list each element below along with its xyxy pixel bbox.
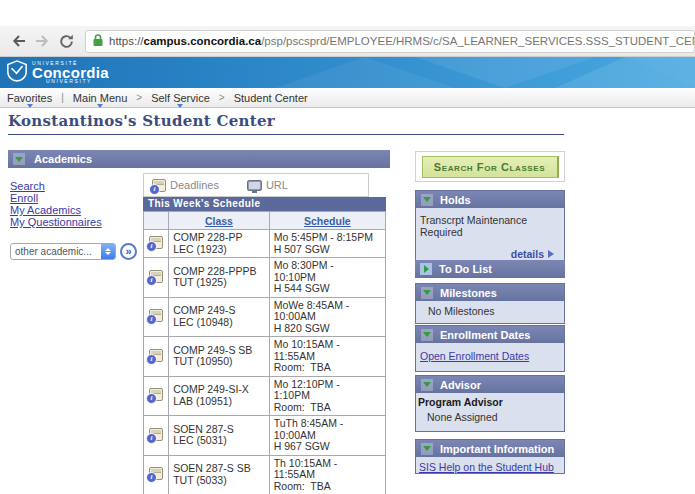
collapse-section-icon[interactable] — [421, 329, 433, 341]
other-academic-row: other academic... » — [10, 243, 137, 260]
band-pattern — [275, 57, 695, 88]
other-academic-select[interactable]: other academic... — [10, 243, 116, 260]
todo-list-panel: To Do List — [415, 260, 565, 278]
breadcrumb: Favorites | Main Menu > Self Service > S… — [0, 88, 695, 108]
concordia-shield-icon — [6, 59, 28, 87]
lock-icon[interactable] — [92, 33, 104, 49]
table-row: COMP 249-S SBTUT (10950) Mo 10:15AM -11:… — [144, 337, 386, 377]
select-stepper-icon — [101, 244, 115, 259]
schedule-panel-title: This Week's Schedule — [143, 197, 386, 211]
important-information-header: Important Information — [416, 440, 564, 457]
academics-nav-links: Search Enroll My Academics My Questionna… — [10, 180, 102, 228]
breadcrumb-favorites[interactable]: Favorites — [5, 92, 54, 104]
deadlines-calendar-icon — [152, 179, 166, 192]
advisor-panel: Advisor Program Advisor None Assigned — [415, 375, 565, 432]
enrollment-dates-header: Enrollment Dates — [416, 326, 564, 343]
my-academics-link[interactable]: My Academics — [10, 204, 102, 216]
dropdown-arrow-icon — [27, 104, 33, 108]
table-row: COMP 228-PPLEC (1923) Mo 5:45PM - 8:15PM… — [144, 230, 386, 258]
icon-column-header — [144, 212, 169, 230]
reload-icon[interactable] — [56, 31, 76, 51]
holds-header: Holds — [416, 191, 564, 208]
holds-panel: Holds Transcrpt Maintenance Required det… — [415, 190, 565, 267]
url-monitor-icon — [247, 180, 262, 191]
holds-details-link[interactable]: details — [511, 248, 554, 260]
table-row: SOEN 287-SLEC (5031) TuTh 8:45AM -10:00A… — [144, 416, 386, 456]
milestones-item: No Milestones — [416, 301, 564, 323]
page-title: Konstantinos's Student Center — [8, 112, 275, 130]
browser-toolbar: https://campus.concordia.ca/psp/pscsprd/… — [0, 26, 695, 57]
program-advisor-label: Program Advisor — [416, 393, 564, 408]
enrollment-dates-panel: Enrollment Dates Open Enrollment Dates — [415, 325, 565, 372]
breadcrumb-main-menu[interactable]: Main Menu — [71, 92, 129, 104]
enroll-link[interactable]: Enroll — [10, 192, 102, 204]
url-label: URL — [266, 179, 288, 191]
milestones-header: Milestones — [416, 284, 564, 301]
arrow-right-icon — [548, 250, 554, 258]
table-row: COMP 249-SI-XLAB (10951) Mo 12:10PM -1:1… — [144, 376, 386, 416]
deadlines-url-box: Deadlines URL — [143, 173, 369, 197]
todo-list-title: To Do List — [439, 263, 492, 275]
class-info-icon[interactable] — [149, 467, 163, 480]
milestones-panel: Milestones No Milestones — [415, 283, 565, 324]
breadcrumb-separator: > — [136, 92, 142, 103]
breadcrumb-separator: | — [61, 92, 64, 103]
table-header-row: Class Schedule — [144, 212, 386, 230]
address-bar[interactable]: https://campus.concordia.ca/psp/pscsprd/… — [85, 30, 695, 53]
hold-item: Transcrpt Maintenance Required — [416, 208, 564, 238]
breadcrumb-separator: > — [219, 92, 225, 103]
class-info-icon[interactable] — [149, 388, 163, 401]
deadlines-button[interactable]: Deadlines — [152, 179, 219, 192]
advisor-header: Advisor — [416, 376, 564, 393]
class-info-icon[interactable] — [149, 428, 163, 441]
expand-section-icon[interactable] — [420, 263, 432, 275]
table-row: COMP 228-PPPBTUT (1925) Mo 8:30PM -10:10… — [144, 258, 386, 298]
back-icon[interactable] — [8, 31, 28, 51]
my-questionnaires-link[interactable]: My Questionnaires — [10, 216, 102, 228]
schedule-table: Class Schedule COMP 228-PPLEC (1923) Mo … — [143, 211, 386, 494]
academics-title: Academics — [34, 153, 92, 165]
table-row: SOEN 287-S SBTUT (5033) Th 10:15AM -11:5… — [144, 455, 386, 494]
collapse-section-icon[interactable] — [421, 379, 433, 391]
forward-icon[interactable] — [32, 31, 52, 51]
deadlines-label: Deadlines — [170, 179, 219, 191]
class-column-header: Class — [169, 212, 270, 230]
dropdown-arrow-icon — [97, 104, 103, 108]
class-info-icon[interactable] — [149, 270, 163, 283]
program-advisor-value: None Assigned — [416, 408, 564, 431]
url-button[interactable]: URL — [247, 179, 288, 191]
url-domain: campus.concordia.ca — [144, 35, 262, 47]
concordia-logo: UNIVERSITÉ Concordia UNIVERSITY — [6, 58, 109, 87]
breadcrumb-self-service[interactable]: Self Service — [149, 92, 212, 104]
sis-help-link[interactable]: SIS Help on the Student Hub — [419, 457, 554, 473]
search-link[interactable]: Search — [10, 180, 102, 192]
class-info-icon[interactable] — [149, 236, 163, 249]
url-path: /psp/pscsprd/EMPLOYEE/HRMS/c/SA_LEARNER_… — [261, 35, 695, 47]
class-info-icon[interactable] — [149, 349, 163, 362]
class-info-icon[interactable] — [149, 309, 163, 322]
academics-section-header: Academics — [8, 150, 390, 168]
open-enrollment-dates-link[interactable]: Open Enrollment Dates — [420, 350, 529, 362]
other-academic-value: other academic... — [11, 246, 92, 257]
title-divider — [8, 134, 564, 135]
weekly-schedule-panel: This Week's Schedule Class Schedule COMP… — [143, 197, 386, 494]
collapse-section-icon[interactable] — [13, 153, 25, 165]
schedule-column-header: Schedule — [269, 212, 385, 230]
search-for-classes-button[interactable]: Search For Classes — [422, 156, 559, 178]
table-row: COMP 249-SLEC (10948) MoWe 8:45AM -10:00… — [144, 297, 386, 337]
dropdown-arrow-icon — [177, 104, 183, 108]
important-information-panel: Important Information SIS Help on the St… — [415, 439, 565, 474]
collapse-section-icon[interactable] — [421, 194, 433, 206]
search-for-classes-box: Search For Classes — [415, 151, 565, 182]
breadcrumb-student-center: Student Center — [232, 92, 310, 104]
collapse-section-icon[interactable] — [421, 443, 433, 455]
url-scheme: https:// — [109, 35, 144, 47]
go-button[interactable]: » — [120, 243, 137, 260]
browser-window: https://campus.concordia.ca/psp/pscsprd/… — [0, 0, 695, 494]
collapse-section-icon[interactable] — [421, 287, 433, 299]
